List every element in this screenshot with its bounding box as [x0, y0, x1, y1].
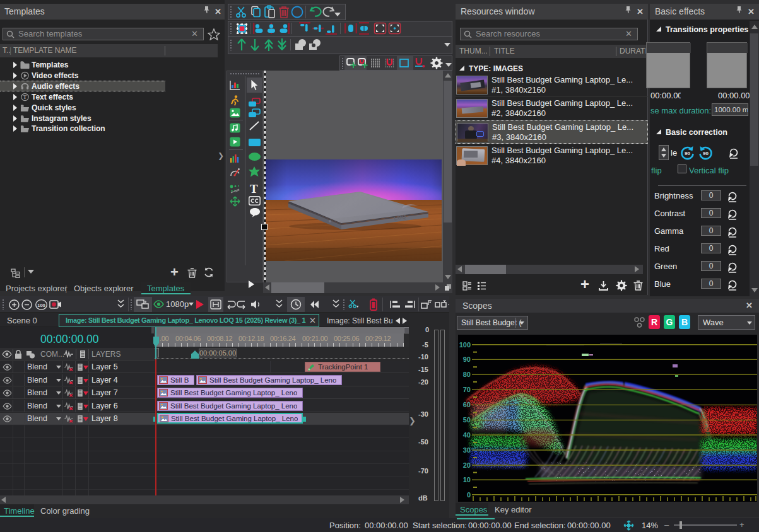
svg-text:T: T [23, 94, 27, 100]
svg-text:10: 10 [463, 476, 471, 483]
svg-text:60: 60 [463, 401, 471, 408]
svg-text:90: 90 [703, 151, 709, 156]
svg-text:100: 100 [459, 341, 471, 349]
svg-text:80: 80 [463, 371, 471, 378]
svg-text:70: 70 [463, 386, 471, 393]
svg-text:50: 50 [463, 416, 471, 424]
svg-text:40: 40 [463, 431, 471, 439]
svg-text:20: 20 [463, 461, 471, 469]
svg-text:90: 90 [463, 356, 471, 363]
svg-text:0: 0 [467, 491, 471, 499]
svg-text:100: 100 [37, 303, 45, 308]
svg-text:90: 90 [685, 151, 690, 156]
svg-text:30: 30 [463, 446, 471, 454]
